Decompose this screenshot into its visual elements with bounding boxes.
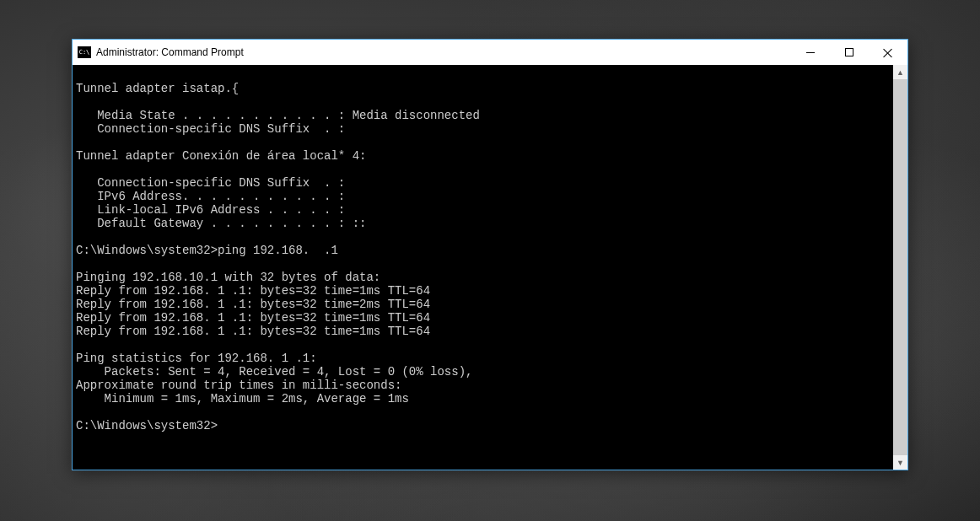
window-title: Administrator: Command Prompt	[96, 46, 791, 58]
cmd-icon	[78, 46, 91, 58]
minimize-button[interactable]	[791, 40, 830, 65]
scroll-track[interactable]	[893, 79, 907, 455]
scroll-down-button[interactable]: ▼	[893, 455, 907, 470]
window-controls	[791, 40, 907, 65]
scroll-thumb[interactable]	[893, 79, 907, 455]
close-button[interactable]	[869, 40, 907, 65]
client-area: Tunnel adapter isatap.{ Media State . . …	[73, 65, 907, 470]
command-prompt-window: Administrator: Command Prompt Tunnel ada…	[72, 39, 908, 470]
terminal-output[interactable]: Tunnel adapter isatap.{ Media State . . …	[73, 65, 893, 470]
close-icon	[883, 47, 893, 57]
minimize-icon	[806, 52, 815, 53]
maximize-button[interactable]	[830, 40, 869, 65]
maximize-icon	[845, 48, 853, 56]
scroll-up-button[interactable]: ▲	[893, 65, 907, 79]
titlebar[interactable]: Administrator: Command Prompt	[73, 40, 907, 65]
vertical-scrollbar[interactable]: ▲ ▼	[893, 65, 907, 470]
